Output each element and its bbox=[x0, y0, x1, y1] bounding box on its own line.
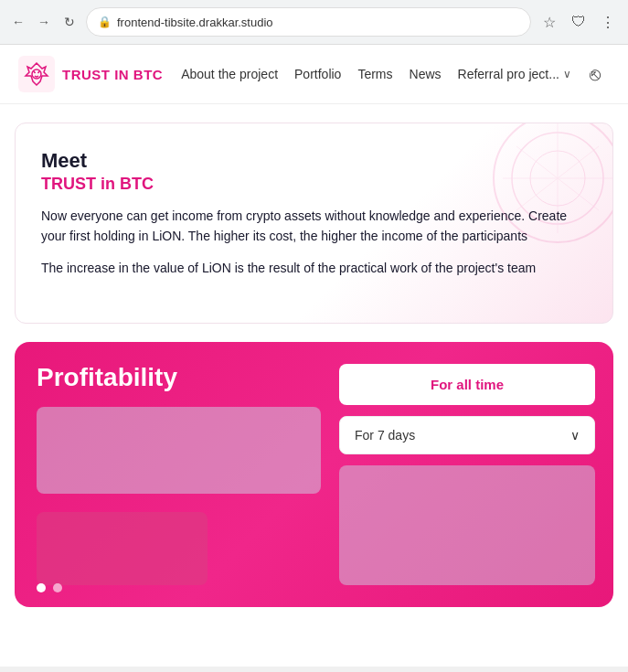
logo-text: TRUST IN BTC bbox=[62, 67, 163, 82]
profit-chart-right bbox=[339, 465, 595, 585]
nav-links: About the project Portfolio Terms News R… bbox=[181, 67, 573, 81]
dropdown-label: For 7 days bbox=[355, 428, 415, 443]
refresh-button[interactable]: ↻ bbox=[60, 13, 79, 31]
nav-terms[interactable]: Terms bbox=[357, 67, 392, 81]
profitability-right: For all time For 7 days ∨ bbox=[339, 364, 595, 585]
nav-about[interactable]: About the project bbox=[181, 67, 278, 81]
favorite-button[interactable]: ☆ bbox=[538, 11, 560, 33]
nav-portfolio[interactable]: Portfolio bbox=[294, 67, 341, 81]
address-bar[interactable]: 🔒 frontend-tibsite.drakkar.studio bbox=[86, 7, 531, 37]
url-display: frontend-tibsite.drakkar.studio bbox=[117, 16, 519, 29]
dots-indicator bbox=[37, 583, 62, 592]
browser-toolbar: ← → ↻ 🔒 frontend-tibsite.drakkar.studio … bbox=[0, 0, 628, 44]
back-button[interactable]: ← bbox=[9, 13, 27, 31]
site-wrapper: TRUST IN BTC About the project Portfolio… bbox=[0, 45, 628, 667]
nav-more-label: ject... bbox=[528, 67, 559, 81]
dropdown-chevron-icon: ∨ bbox=[570, 428, 580, 443]
svg-rect-0 bbox=[18, 56, 55, 92]
login-button[interactable]: ⎋ bbox=[580, 59, 610, 89]
nav-news[interactable]: News bbox=[410, 67, 442, 81]
nav-more-dropdown[interactable]: Referral project... ∨ bbox=[458, 67, 571, 81]
for-7-days-dropdown[interactable]: For 7 days ∨ bbox=[339, 416, 595, 454]
profit-extra-block bbox=[37, 512, 208, 585]
profitability-left: Profitability bbox=[37, 364, 321, 585]
for-all-time-button[interactable]: For all time bbox=[339, 364, 595, 405]
logo-icon bbox=[18, 56, 55, 92]
profitability-section: Profitability For all time For 7 days ∨ bbox=[15, 342, 613, 607]
browser-chrome: ← → ↻ 🔒 frontend-tibsite.drakkar.studio … bbox=[0, 0, 628, 45]
dot-2[interactable] bbox=[53, 583, 62, 592]
shield-button[interactable]: 🛡 bbox=[568, 11, 590, 33]
forward-button[interactable]: → bbox=[35, 13, 53, 31]
hero-bg-decoration bbox=[448, 123, 613, 288]
profit-chart-left bbox=[37, 407, 321, 494]
nav-referral-label: Referral pro bbox=[458, 67, 526, 81]
profitability-title: Profitability bbox=[37, 364, 321, 392]
logo-link[interactable]: TRUST IN BTC bbox=[18, 56, 163, 92]
site-header: TRUST IN BTC About the project Portfolio… bbox=[0, 45, 628, 104]
hero-section: Meet TRUST in BTC Now everyone can get i… bbox=[15, 123, 613, 324]
lock-icon: 🔒 bbox=[98, 16, 112, 28]
menu-button[interactable]: ⋮ bbox=[597, 11, 619, 33]
nav-chevron-icon: ∨ bbox=[563, 68, 571, 80]
dot-1[interactable] bbox=[37, 583, 46, 592]
